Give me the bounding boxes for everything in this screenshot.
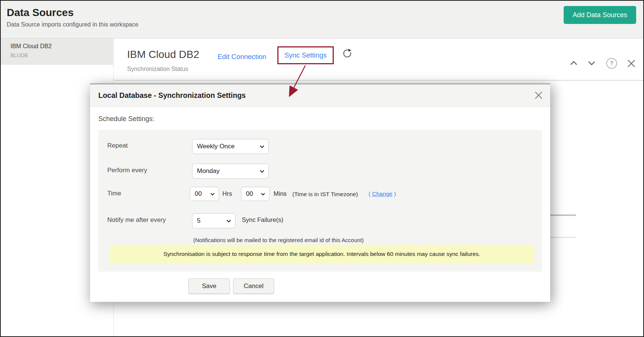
minutes-select-value: 00	[246, 190, 253, 198]
notify-count-select[interactable]: 5	[192, 213, 235, 228]
hours-select-value: 00	[195, 190, 202, 198]
add-data-sources-button[interactable]: Add Data Sources	[564, 6, 636, 24]
refresh-icon[interactable]	[342, 49, 352, 58]
sync-settings-dialog: Local Database - Synchronization Setting…	[90, 83, 550, 302]
repeat-select-value: Weekly Once	[197, 143, 235, 150]
notify-note: (Notifications will be mailed to the reg…	[193, 237, 364, 243]
minutes-select[interactable]: 00	[241, 187, 269, 201]
help-icon[interactable]: ?	[606, 58, 617, 69]
save-button[interactable]: Save	[188, 278, 230, 294]
schedule-settings-heading: Schedule Settings:	[98, 115, 154, 123]
perform-every-select-value: Monday	[197, 167, 219, 175]
perform-every-label: Perform every	[107, 167, 147, 174]
sidebar-item-ibm-cloud-db2[interactable]: IBM Cloud DB2 BLUDB	[1, 38, 113, 65]
dialog-title: Local Database - Synchronization Setting…	[98, 84, 246, 106]
sidebar-item-name: IBM Cloud DB2	[10, 43, 113, 50]
warning-banner: Synchronisation is subject to response t…	[109, 245, 534, 263]
change-timezone-link[interactable]: ( Change )	[369, 191, 396, 197]
sync-failures-label: Sync Failure(s)	[242, 216, 283, 223]
chevron-down-icon	[259, 170, 265, 173]
dialog-close-icon[interactable]	[534, 90, 543, 100]
sidebar-item-detail: BLUDB	[10, 52, 113, 58]
repeat-label: Repeat	[107, 142, 128, 149]
page-subtitle: Data Source imports configured in this w…	[7, 21, 138, 28]
repeat-select[interactable]: Weekly Once	[192, 139, 269, 154]
page-title: Data Sources	[7, 7, 74, 19]
chevron-down-icon	[226, 219, 231, 223]
edit-connection-link[interactable]: Edit Connection	[218, 53, 266, 61]
page-header: Data Sources Data Source imports configu…	[1, 1, 643, 38]
time-label: Time	[107, 190, 121, 197]
chevron-up-icon[interactable]	[570, 61, 578, 67]
change-link-text: Change	[372, 191, 392, 197]
cancel-button[interactable]: Cancel	[233, 278, 274, 294]
warning-text: Synchronisation is subject to response t…	[163, 251, 480, 257]
close-panel-icon[interactable]	[626, 59, 636, 70]
hours-unit-label: Hrs	[222, 190, 232, 197]
app-window: Data Sources Data Source imports configu…	[0, 0, 644, 337]
chevron-down-icon	[210, 192, 215, 196]
sync-settings-link[interactable]: Sync Settings	[284, 51, 327, 59]
sync-settings-highlight-box: Sync Settings	[277, 46, 334, 64]
hours-select[interactable]: 00	[190, 187, 219, 201]
timezone-note: (Time is in IST Timezone)	[292, 191, 358, 198]
synchronization-status-tab[interactable]: Synchronization Status	[127, 66, 188, 72]
notify-label: Notify me after every	[107, 216, 166, 224]
perform-every-select[interactable]: Monday	[192, 164, 269, 179]
content-divider	[114, 80, 643, 81]
notify-count-select-value: 5	[197, 217, 200, 225]
chevron-down-icon	[259, 145, 265, 148]
chevron-down-icon	[261, 192, 265, 196]
chevron-down-icon[interactable]	[588, 61, 596, 67]
dialog-header: Local Database - Synchronization Setting…	[90, 84, 550, 107]
schedule-settings-panel: Repeat Weekly Once Perform every Monday …	[98, 130, 542, 272]
change-link-suffix: )	[392, 191, 396, 197]
minutes-unit-label: Mins	[274, 190, 287, 197]
datasource-title: IBM Cloud DB2	[127, 49, 199, 61]
